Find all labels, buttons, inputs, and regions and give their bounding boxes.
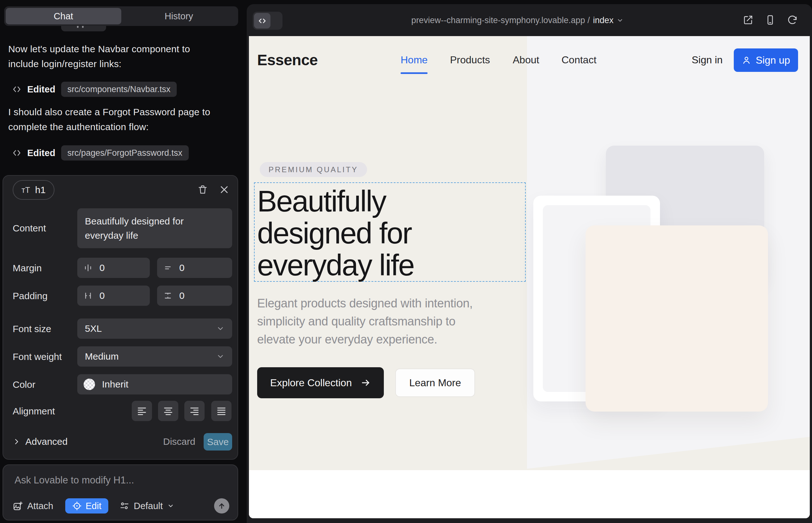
decor-diagonal-wedge [527, 435, 810, 470]
url-page: index [593, 16, 614, 25]
tab-chat[interactable]: Chat [6, 8, 121, 24]
smartphone-icon [765, 15, 776, 25]
preview-pane: preview--charming-site-symphony.lovable.… [247, 4, 812, 523]
padding-x-value: 0 [100, 290, 105, 301]
font-weight-label: Font weight [13, 351, 62, 362]
hero-heading-line: Beautifully [257, 185, 414, 217]
hero-badge: PREMIUM QUALITY [260, 162, 367, 177]
align-left-icon [137, 406, 147, 416]
padding-x-icon [84, 291, 92, 300]
file-chip[interactable]: src/pages/ForgotPassword.tsx [61, 145, 189, 161]
edited-file-row: Edited src/components/Navbar.tsx [12, 82, 177, 97]
edited-label: Edited [27, 148, 55, 158]
chevron-down-icon [617, 17, 623, 24]
edit-mode-button[interactable]: Edit [65, 498, 108, 513]
chat-composer: Ask Lovable to modify H1... Attach Edit … [2, 465, 238, 521]
margin-y-value: 0 [179, 263, 184, 273]
message-line: I should also create a Forgot Password p… [8, 105, 234, 119]
align-center-button[interactable] [158, 401, 178, 421]
external-link-icon [743, 15, 754, 25]
align-justify-icon [217, 406, 226, 416]
message-line: Now let's update the Navbar component to [8, 41, 234, 56]
element-editor-panel: тT h1 Content Beautifully designed for e… [2, 175, 238, 460]
edited-label: Edited [27, 84, 55, 95]
padding-y-icon [163, 291, 172, 300]
font-weight-value: Medium [85, 351, 119, 362]
content-label: Content [13, 223, 46, 234]
margin-x-icon [84, 264, 92, 272]
align-justify-button[interactable] [211, 401, 231, 421]
sign-in-link[interactable]: Sign in [692, 54, 723, 66]
align-left-button[interactable] [132, 401, 152, 421]
color-picker-field[interactable]: Inherit [77, 374, 232, 395]
margin-y-input[interactable]: 0 [157, 258, 232, 278]
learn-more-button[interactable]: Learn More [395, 368, 475, 397]
mode-label: Default [134, 501, 163, 511]
hero-paragraph-line: Elegant products designed with intention… [257, 294, 473, 312]
code-toggle-segment[interactable] [254, 13, 270, 29]
nav-link-home[interactable]: Home [401, 54, 427, 66]
close-editor-button[interactable] [217, 183, 231, 197]
open-in-new-tab-button[interactable] [742, 14, 754, 26]
margin-x-input[interactable]: 0 [77, 258, 150, 278]
content-value-line: Beautifully designed for [85, 214, 225, 228]
padding-y-input[interactable]: 0 [157, 286, 232, 306]
font-size-select[interactable]: 5XL [77, 319, 232, 339]
send-button[interactable] [214, 498, 229, 513]
decor-card-cream [586, 226, 768, 412]
font-weight-select[interactable]: Medium [77, 346, 232, 366]
discard-button[interactable]: Discard [163, 433, 195, 451]
chat-sidebar: Chat History Now let's update the Navbar… [0, 0, 247, 523]
sign-up-button[interactable]: Sign up [734, 49, 798, 72]
code-preview-toggle[interactable] [253, 12, 282, 30]
selected-element-chip[interactable]: тT h1 [13, 180, 54, 200]
align-center-icon [163, 406, 173, 416]
nav-link-contact[interactable]: Contact [562, 54, 596, 66]
hero-heading-line: everyday life [257, 249, 414, 281]
save-button[interactable]: Save [204, 433, 232, 451]
composer-input[interactable]: Ask Lovable to modify H1... [15, 474, 134, 486]
chevron-down-icon [216, 353, 225, 361]
padding-x-input[interactable]: 0 [77, 286, 150, 306]
element-tag-label: h1 [35, 184, 46, 195]
color-value: Inherit [102, 379, 128, 390]
margin-label: Margin [13, 263, 42, 273]
site-logo[interactable]: Essence [257, 51, 318, 69]
explore-collection-button[interactable]: Explore Collection [257, 367, 384, 398]
align-right-button[interactable] [184, 401, 205, 421]
mobile-view-button[interactable] [764, 14, 777, 26]
padding-y-value: 0 [179, 290, 184, 301]
nav-link-about[interactable]: About [513, 54, 539, 66]
sidebar-tabbar: Chat History [4, 6, 238, 26]
url-domain: preview--charming-site-symphony.lovable.… [411, 16, 590, 25]
alignment-label: Alignment [13, 406, 55, 417]
nav-link-products[interactable]: Products [450, 54, 490, 66]
delete-element-button[interactable] [196, 183, 210, 197]
content-value-line: everyday life [85, 228, 225, 242]
sliders-icon [120, 501, 129, 511]
composer-toolbar: Attach Edit Default [13, 498, 229, 513]
site-navbar: Essence Home Products About Contact Sign… [249, 36, 810, 84]
section-below-hero [249, 470, 810, 518]
refresh-button[interactable] [786, 14, 799, 26]
edit-label: Edit [86, 501, 101, 511]
advanced-toggle[interactable]: Advanced [13, 433, 68, 451]
assistant-message: I should also create a Forgot Password p… [8, 105, 234, 134]
attach-button[interactable]: Attach [13, 501, 53, 511]
tab-history[interactable]: History [121, 8, 237, 24]
hero-heading[interactable]: Beautifully designed for everyday life [257, 185, 414, 281]
color-swatch [84, 379, 95, 390]
scrolled-chip-remnant [61, 25, 106, 31]
user-icon [742, 55, 751, 65]
crosshair-icon [72, 501, 82, 511]
chevron-down-icon [216, 325, 225, 333]
model-mode-dropdown[interactable]: Default [120, 501, 174, 511]
preview-url-dropdown[interactable]: preview--charming-site-symphony.lovable.… [411, 16, 623, 25]
hero-paragraph-line: simplicity and quality craftsmanship to [257, 312, 473, 330]
hero-right-panel [527, 36, 810, 470]
message-line: include login/register links: [8, 56, 234, 71]
content-input[interactable]: Beautifully designed for everyday life [77, 208, 232, 248]
preview-toolbar-actions [742, 14, 799, 26]
color-label: Color [13, 379, 35, 390]
file-chip[interactable]: src/components/Navbar.tsx [61, 82, 177, 97]
